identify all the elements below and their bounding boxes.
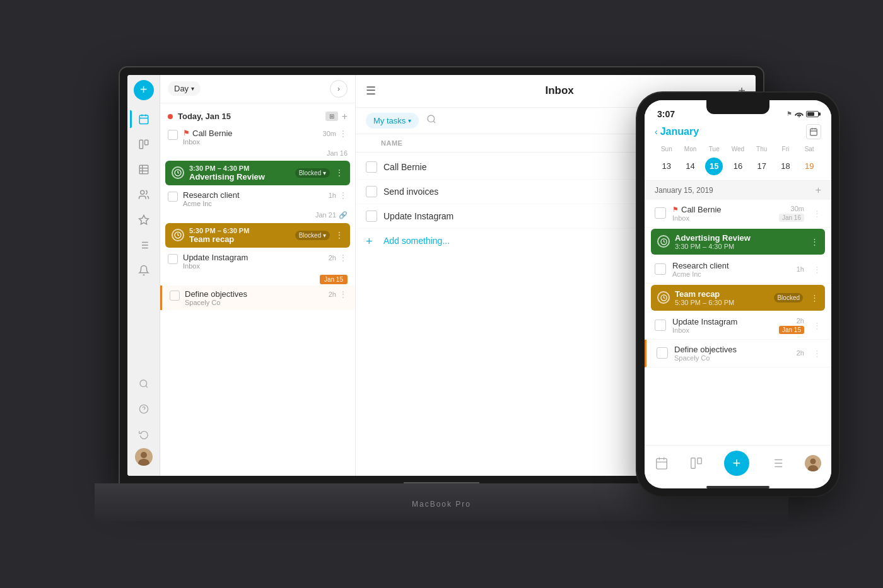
sidebar-item-favorites[interactable] — [130, 209, 158, 231]
task-more-icon[interactable]: ⋮ — [339, 190, 348, 200]
back-chevron-icon[interactable]: ‹ — [655, 127, 658, 137]
sidebar-item-board[interactable] — [130, 133, 158, 156]
sidebar-item-people[interactable] — [130, 183, 158, 206]
blocked-time: 3:30 PM – 4:30 PM — [189, 164, 290, 172]
phone-more-icon[interactable]: ⋮ — [810, 293, 819, 303]
sidebar-item-bell[interactable] — [130, 259, 158, 282]
task-checkbox[interactable] — [170, 291, 180, 301]
task-checkbox[interactable] — [168, 254, 178, 264]
blocked-more-icon[interactable]: ⋮ — [335, 168, 344, 178]
add-something-text[interactable]: Add something... — [383, 236, 450, 246]
phone-overdue-task-item[interactable]: Define objectives Spacely Co 2h ⋮ — [645, 340, 831, 367]
inbox-checkbox[interactable] — [366, 161, 377, 173]
task-checkbox[interactable] — [168, 192, 178, 202]
sidebar-item-table[interactable] — [130, 158, 158, 181]
phone-task-checkbox[interactable] — [657, 347, 668, 359]
phone-task-info: ⚑ Call Bernie Inbox — [672, 205, 773, 222]
svg-rect-5 — [144, 140, 148, 145]
sidebar-item-calendar[interactable] — [130, 108, 158, 130]
add-plus-icon[interactable]: + — [366, 235, 377, 246]
phone-task-checkbox[interactable] — [655, 207, 666, 219]
next-day-button[interactable]: › — [330, 80, 348, 98]
task-duration: 2h — [329, 254, 336, 262]
day-name: Fri — [774, 144, 798, 154]
overdue-date-row: Jan 15 — [160, 274, 355, 285]
task-more-icon[interactable]: ⋮ — [339, 129, 348, 139]
phone-task-duration: 30m — [791, 205, 804, 212]
search-button[interactable] — [426, 114, 436, 127]
phone-task-item[interactable]: Research client Acme Inc 1h ⋮ — [645, 256, 831, 284]
task-item[interactable]: Update Instagram Inbox 2h ⋮ — [160, 249, 355, 274]
phone-blocked-orange[interactable]: Team recap 5:30 PM – 6:30 PM Blocked ⋮ — [651, 285, 825, 311]
phone-task-duration: 2h — [797, 349, 804, 357]
phone-add-button[interactable]: + — [724, 451, 749, 476]
task-content: Update Instagram Inbox — [183, 253, 324, 270]
calendar-date-today[interactable]: 15 — [705, 158, 723, 175]
phone-task-item[interactable]: Update Instagram Inbox 2h Jan 15 ⋮ — [645, 312, 831, 340]
phone-section-add-button[interactable]: + — [816, 185, 821, 196]
phone-task-checkbox[interactable] — [655, 263, 666, 275]
task-list: Today, Jan 15 ⊞ + ⚑ — [160, 103, 355, 476]
blocked-time: 5:30 PM – 6:30 PM — [189, 227, 290, 234]
my-tasks-button[interactable]: My tasks ▾ — [366, 113, 419, 129]
phone-calendar-header: ‹ January Sun Mon Tue Wed Thu Fri Sat — [645, 122, 831, 180]
phone-date-row: 13 14 15 16 17 18 19 — [655, 158, 821, 175]
task-content: ⚑ Call Bernie Inbox — [183, 129, 318, 146]
svg-point-18 — [140, 380, 147, 387]
menu-icon[interactable]: ☰ — [366, 84, 376, 98]
section-actions: ⊞ + — [325, 111, 348, 122]
blocked-task-green[interactable]: 3:30 PM – 4:30 PM Advertising Review Blo… — [165, 161, 350, 185]
task-subtitle: Spacely Co — [185, 299, 324, 306]
sidebar-add-button[interactable]: + — [134, 80, 154, 100]
calendar-date-sat[interactable]: 19 — [800, 158, 818, 175]
phone-task-more-icon[interactable]: ⋮ — [813, 349, 821, 358]
blocked-more-icon[interactable]: ⋮ — [335, 230, 344, 240]
inbox-checkbox[interactable] — [366, 186, 377, 197]
add-task-button[interactable]: + — [342, 111, 348, 122]
sidebar-item-help[interactable] — [130, 398, 158, 420]
inbox-checkbox[interactable] — [366, 210, 377, 222]
task-subtitle: Inbox — [183, 262, 324, 270]
phone-nav-inbox[interactable] — [689, 456, 703, 470]
phone-task-more-icon[interactable]: ⋮ — [813, 265, 821, 274]
task-more-icon[interactable]: ⋮ — [339, 289, 348, 299]
phone-home-indicator — [706, 486, 769, 488]
phone-calendar-icon[interactable] — [806, 124, 821, 139]
phone-week-row: Sun Mon Tue Wed Thu Fri Sat — [655, 144, 821, 154]
task-checkbox[interactable] — [168, 130, 178, 140]
sidebar-item-list[interactable] — [130, 234, 158, 257]
calendar-date[interactable]: 14 — [682, 158, 699, 175]
task-date-row: Jan 16 — [160, 149, 355, 159]
phone-nav-calendar[interactable] — [655, 456, 669, 470]
sidebar-item-search[interactable] — [130, 372, 158, 395]
calendar-date[interactable]: 16 — [729, 158, 747, 175]
phone-blocked-green[interactable]: Advertising Review 3:30 PM – 4:30 PM ⋮ — [651, 229, 825, 255]
task-item[interactable]: ⚑ Call Bernie Inbox 30m ⋮ — [160, 125, 355, 149]
task-item[interactable]: Research client Acme Inc 1h ⋮ — [160, 187, 355, 211]
overdue-task-item[interactable]: Define objectives Spacely Co 2h ⋮ — [160, 285, 355, 310]
blocked-title: Team recap — [189, 234, 290, 244]
phone-task-checkbox[interactable] — [655, 320, 666, 331]
sidebar-item-history[interactable] — [130, 423, 158, 446]
day-view-dropdown[interactable]: Day ▾ — [168, 81, 201, 96]
task-more-icon[interactable]: ⋮ — [339, 253, 348, 263]
task-duration: 30m — [323, 130, 336, 137]
phone-task-more-icon[interactable]: ⋮ — [813, 321, 821, 330]
calendar-date[interactable]: 13 — [658, 158, 675, 175]
calendar-date[interactable]: 18 — [776, 158, 794, 175]
day-name: Sat — [797, 144, 821, 154]
today-indicator — [168, 114, 173, 119]
blocked-task-orange[interactable]: 5:30 PM – 6:30 PM Team recap Blocked ▾ ⋮ — [165, 223, 350, 248]
phone-more-icon[interactable]: ⋮ — [810, 237, 819, 246]
day-name: Thu — [750, 144, 774, 154]
day-name: Tue — [702, 144, 726, 154]
phone-nav-tasks[interactable] — [770, 456, 784, 470]
task-title: Call Bernie — [192, 129, 233, 138]
phone-user-avatar[interactable] — [805, 455, 821, 471]
phone-task-more-icon[interactable]: ⋮ — [813, 209, 821, 218]
task-meta: 2h ⋮ — [329, 253, 348, 263]
phone-blocked-info: Advertising Review 3:30 PM – 4:30 PM — [675, 233, 805, 250]
phone-task-item[interactable]: ⚑ Call Bernie Inbox 30m Jan 16 ⋮ — [645, 200, 831, 228]
user-avatar[interactable] — [135, 448, 153, 466]
calendar-date[interactable]: 17 — [753, 158, 771, 175]
